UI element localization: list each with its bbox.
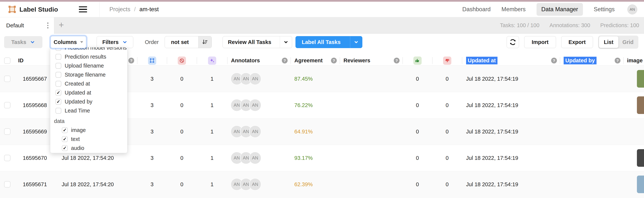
help-icon[interactable]: ? [615,58,620,63]
header-updated-by[interactable]: Updated by ? [560,56,624,66]
table-bottom-area [0,198,644,204]
sort-direction-button[interactable] [198,36,212,48]
row-checkbox[interactable] [4,155,10,161]
task-id-cell: 16595671 [15,171,48,197]
header-annotations-count[interactable] [137,56,167,66]
task-id-cell: 16595670 [15,145,48,171]
header-id[interactable]: ID [15,56,48,66]
filters-dropdown-button[interactable]: Filters [96,36,133,48]
tabs-bar-rest: + Tasks: 100 / 100 Annotations: 300 Pred… [54,17,644,34]
nav-link-settings[interactable]: Settings [594,6,615,13]
add-tab-button[interactable]: + [59,21,64,29]
chevron-down-icon [122,39,128,45]
user-avatar[interactable]: AN [627,5,637,15]
view-list-button[interactable]: List [599,36,618,48]
select-all-checkbox[interactable] [4,58,10,64]
top-accent-strip [0,0,644,2]
review-tasks-caret-button[interactable] [280,36,292,48]
checkbox-checked[interactable]: ✓ [62,127,68,133]
task-image-thumbnail[interactable] [637,70,644,88]
accepted-count-cell: 0 [402,171,432,197]
nav-link-data-manager[interactable]: Data Manager [536,3,583,16]
chevron-down-icon [354,40,359,45]
help-icon[interactable]: ? [282,58,288,63]
column-option-created-at[interactable]: Created at [50,79,127,88]
column-option-updated-by[interactable]: ✓ Updated by [50,97,127,106]
nav-link-dashboard[interactable]: Dashboard [462,6,491,13]
task-image-thumbnail[interactable] [637,175,644,193]
annotations-icon [150,58,154,63]
import-button[interactable]: Import [524,36,556,48]
skipped-count-cell: 0 [167,171,197,197]
header-image[interactable]: image [624,56,644,66]
header-reviewers[interactable]: Reviewers ? [340,56,402,66]
tab-options-icon[interactable] [46,21,50,30]
label-all-tasks-button[interactable]: Label All Tasks [296,36,362,48]
image-cell [624,92,644,118]
help-icon[interactable]: ? [331,58,337,63]
hamburger-menu-icon[interactable] [79,6,87,13]
row-checkbox[interactable] [4,181,10,187]
task-image-thumbnail[interactable] [637,96,644,114]
review-all-tasks-button[interactable]: Review All Tasks [222,36,292,48]
column-option-storage-filename[interactable]: Storage filename [50,70,127,79]
help-icon[interactable]: ? [551,58,557,63]
table-row[interactable]: 16595671 Jul 18 2022, 17:54:20 3 0 1 ANA… [0,171,644,198]
nav-link-members[interactable]: Members [502,6,526,13]
annotator-avatar[interactable]: AN [249,126,261,137]
checkbox[interactable] [56,72,61,78]
row-checkbox[interactable] [4,128,10,135]
column-option-label: Prediction results [65,54,106,60]
row-checkbox[interactable] [4,102,10,108]
annotator-avatar[interactable]: AN [249,73,261,85]
updated-by-cell [560,145,624,171]
column-option-image[interactable]: ✓ image [50,126,127,135]
checkbox-checked[interactable]: ✓ [62,145,68,151]
column-option-lead-time[interactable]: Lead Time [50,106,127,115]
column-option-prediction-results[interactable]: Prediction results [50,52,127,61]
navbar-links: Dashboard Members Data Manager Settings … [462,3,637,16]
view-grid-button[interactable]: Grid [618,39,638,45]
checkbox-checked[interactable]: ✓ [56,99,61,105]
skipped-count-cell: 0 [167,118,197,145]
tasks-dropdown-label: Tasks [11,39,26,45]
breadcrumb-separator: / [134,6,136,13]
label-tasks-caret-button[interactable] [350,36,362,48]
annotator-avatar[interactable]: AN [249,99,261,111]
checkbox[interactable] [56,81,61,87]
rejected-count-cell: 0 [432,118,462,145]
help-icon[interactable]: ? [128,58,134,63]
column-option-audio[interactable]: ✓ audio [50,143,127,152]
row-checkbox[interactable] [4,76,10,82]
header-accepted-count[interactable] [402,56,432,66]
header-skipped-count[interactable] [167,56,197,66]
checkbox-checked[interactable]: ✓ [56,90,61,96]
export-button[interactable]: Export [561,36,593,48]
tasks-dropdown-button[interactable]: Tasks [4,36,42,48]
checkbox-checked[interactable]: ✓ [62,136,68,142]
breadcrumb-projects-link[interactable]: Projects [109,6,130,13]
header-agreement[interactable]: Agreement ? [290,56,340,66]
annotator-avatar[interactable]: AN [249,178,261,190]
header-rejected-count[interactable] [432,56,462,66]
refresh-button[interactable] [507,36,519,48]
agreement-cell: 87.45% [290,66,340,92]
predictions-count-cell: 1 [197,145,227,171]
help-icon[interactable]: ? [394,58,400,63]
annotator-avatar[interactable]: AN [249,152,261,164]
accepted-count-cell: 0 [402,118,432,145]
checkbox[interactable] [56,108,61,114]
header-predictions-count[interactable] [197,56,227,66]
checkbox[interactable] [56,63,61,69]
columns-dropdown-button[interactable]: Columns [51,36,86,48]
accepted-count-cell: 0 [402,92,432,118]
order-value-button[interactable]: not set [165,36,212,48]
header-annotators[interactable]: Annotators ? [227,56,290,66]
column-option-text[interactable]: ✓ text [50,135,127,143]
column-option-updated-at[interactable]: ✓ Updated at [50,88,127,97]
column-option-upload-filename[interactable]: Upload filename [50,61,127,70]
task-image-thumbnail[interactable] [637,149,644,167]
header-updated-at[interactable]: Updated at ? [462,56,560,66]
tab-default[interactable]: Default [0,17,54,34]
checkbox[interactable] [56,54,61,60]
